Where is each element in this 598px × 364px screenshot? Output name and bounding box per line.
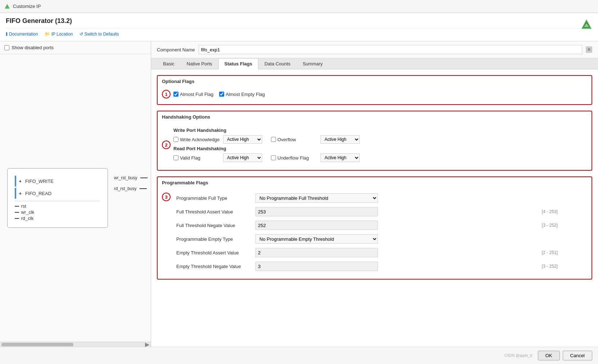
prog-empty-type-cell: No Programmable Empty Threshold Single P… — [253, 232, 539, 246]
tab-content-status-flags: Optional Flags 1 Almost Full Flag — [151, 69, 598, 347]
plus-read: + — [19, 191, 22, 196]
full-threshold-negate-label: Full Threshold Negate Value — [173, 218, 253, 232]
valid-flag-label: Valid Flag — [180, 155, 200, 161]
full-threshold-assert-label: Full Threshold Assert Value — [173, 205, 253, 218]
overflow-dropdown[interactable]: Active High Active Low — [321, 135, 360, 144]
show-disabled-ports-checkbox[interactable] — [4, 45, 9, 50]
optional-flags-content: 1 Almost Full Flag Almost Empty Flag — [158, 86, 592, 104]
write-port-row: Write Acknowledge Active High Active Low… — [173, 135, 587, 144]
rd-rst-line — [140, 188, 147, 189]
rd-rst-busy: rd_rst_busy — [114, 186, 148, 191]
prog-empty-type-range — [539, 232, 587, 246]
tab-basic[interactable]: Basic — [157, 58, 181, 69]
main-window: Customize IP FIFO Generator (13.2) ℹ Doc… — [0, 0, 598, 364]
write-acknowledge-label: Write Acknowledge — [180, 137, 219, 142]
switch-to-defaults-link[interactable]: ↺ Switch to Defaults — [80, 32, 119, 37]
almost-empty-flag-checkbox[interactable] — [219, 92, 224, 97]
prog-empty-type-select[interactable]: No Programmable Empty Threshold Single P… — [255, 234, 378, 244]
prog-full-type-cell: No Programmable Full Threshold Single Pr… — [253, 191, 539, 205]
write-acknowledge-dropdown[interactable]: Active High Active Low — [223, 135, 262, 144]
section-handshaking: Handshaking Options 2 Write Port Handsha… — [157, 111, 592, 171]
circle-3: 3 — [162, 193, 171, 201]
programmable-flags-table-area: Programmable Full Type No Programmable F… — [173, 191, 587, 273]
cancel-button[interactable]: Cancel — [563, 351, 592, 360]
svg-marker-0 — [5, 4, 10, 9]
tab-native-ports[interactable]: Native Ports — [181, 58, 218, 69]
write-acknowledge-item: Write Acknowledge — [173, 137, 220, 142]
almost-full-flag-checkbox[interactable] — [173, 92, 178, 97]
almost-full-flag-item: Almost Full Flag — [173, 92, 213, 97]
wr-clk-label: wr_clk — [21, 209, 35, 215]
fifo-read-label: FIFO_READ — [25, 191, 51, 196]
tab-summary[interactable]: Summary — [296, 58, 329, 69]
rd-clk-line — [15, 218, 19, 219]
full-threshold-negate-range: [3 - 252] — [539, 218, 587, 232]
prog-full-type-label: Programmable Full Type — [173, 191, 253, 205]
scrollbar-thumb[interactable] — [1, 343, 73, 346]
left-panel: Show disabled ports + FIFO_WRITE + — [0, 41, 151, 347]
ok-button[interactable]: OK — [538, 351, 560, 360]
prog-full-type-row: Programmable Full Type No Programmable F… — [173, 191, 587, 205]
component-name-input[interactable] — [199, 45, 583, 54]
full-threshold-negate-input[interactable] — [255, 221, 378, 230]
watermark: CSDN @apple_tt — [504, 354, 532, 358]
ip-location-link[interactable]: 📁 IP Location — [45, 32, 73, 37]
bus-bar-write — [15, 176, 16, 186]
valid-flag-item: Valid Flag — [173, 155, 220, 161]
close-button[interactable]: ✕ — [586, 46, 592, 53]
scroll-right-btn[interactable]: ▶ — [145, 341, 151, 347]
vivado-logo — [581, 19, 592, 31]
schematic-outputs: wr_rst_busy rd_rst_busy — [114, 175, 148, 191]
underflow-flag-dropdown[interactable]: Active High Active Low — [321, 153, 360, 162]
programmable-flags-content: 3 Programmable Full Type No Prog — [158, 187, 592, 279]
circle-1: 1 — [162, 90, 171, 98]
wr-clk-line — [15, 212, 19, 213]
section-programmable-flags: Programmable Flags 3 Programmable Full T… — [157, 176, 592, 280]
full-threshold-assert-range: [4 - 253] — [539, 205, 587, 218]
tab-status-flags[interactable]: Status Flags — [218, 58, 258, 69]
programmable-flags-row: 3 Programmable Full Type No Prog — [162, 191, 587, 273]
full-threshold-assert-row: Full Threshold Assert Value [4 - 253] — [173, 205, 587, 218]
horizontal-scrollbar[interactable]: ▶ — [0, 342, 151, 347]
handshaking-inner: Write Port Handshaking Write Acknowledge… — [173, 125, 587, 164]
rd-clk-label: rd_clk — [21, 216, 34, 221]
write-acknowledge-checkbox[interactable] — [173, 137, 178, 142]
empty-threshold-assert-label: Empty Threshold Assert Value — [173, 246, 253, 259]
empty-threshold-negate-input[interactable] — [255, 262, 378, 271]
almost-empty-flag-item: Almost Empty Flag — [219, 92, 265, 97]
full-threshold-assert-cell — [253, 205, 539, 218]
toolbar: ℹ Documentation 📁 IP Location ↺ Switch t… — [6, 28, 592, 38]
info-icon: ℹ — [6, 32, 8, 37]
almost-full-flag-label: Almost Full Flag — [180, 92, 213, 97]
empty-threshold-assert-row: Empty Threshold Assert Value [2 - 251] — [173, 246, 587, 259]
rst-label: rst — [21, 203, 26, 209]
prog-full-type-select[interactable]: No Programmable Full Threshold Single Pr… — [255, 193, 378, 203]
right-panel: Component Name ✕ Basic Native Ports Stat… — [151, 41, 598, 347]
empty-threshold-negate-range: [3 - 252] — [539, 259, 587, 273]
schematic-divider — [15, 201, 100, 201]
empty-threshold-assert-cell — [253, 246, 539, 259]
prog-full-type-range — [539, 191, 587, 205]
component-name-label: Component Name — [157, 47, 195, 52]
documentation-link[interactable]: ℹ Documentation — [6, 32, 38, 37]
component-name-bar: Component Name ✕ — [151, 41, 598, 58]
schematic-box: + FIFO_WRITE + FIFO_READ rst — [7, 168, 108, 228]
programmable-flags-title: Programmable Flags — [158, 177, 592, 187]
empty-threshold-negate-row: Empty Threshold Negate Value [3 - 252] — [173, 259, 587, 273]
full-threshold-negate-cell — [253, 218, 539, 232]
tab-data-counts[interactable]: Data Counts — [258, 58, 296, 69]
full-threshold-assert-input[interactable] — [255, 207, 378, 216]
empty-threshold-assert-input[interactable] — [255, 248, 378, 257]
show-disabled-ports-label: Show disabled ports — [12, 45, 54, 50]
prog-empty-type-row: Programmable Empty Type No Programmable … — [173, 232, 587, 246]
overflow-checkbox[interactable] — [271, 137, 276, 142]
rst-line — [15, 206, 19, 207]
valid-flag-dropdown[interactable]: Active High Active Low — [223, 153, 262, 162]
empty-threshold-assert-range: [2 - 251] — [539, 246, 587, 259]
underflow-flag-checkbox[interactable] — [271, 155, 276, 160]
empty-threshold-negate-label: Empty Threshold Negate Value — [173, 259, 253, 273]
read-port-row: Valid Flag Active High Active Low Underf… — [173, 153, 587, 162]
empty-threshold-negate-cell — [253, 259, 539, 273]
valid-flag-checkbox[interactable] — [173, 155, 178, 160]
left-panel-header: Show disabled ports — [0, 41, 151, 54]
